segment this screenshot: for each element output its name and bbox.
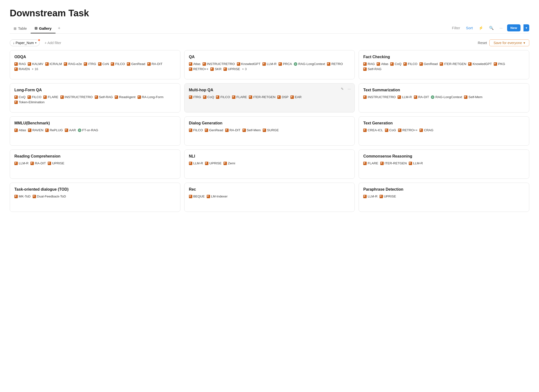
tag-item[interactable]: RePLUG xyxy=(45,128,63,132)
tag-item[interactable]: KnowledGPT xyxy=(468,62,492,66)
tag-item[interactable]: GenRead xyxy=(205,128,223,132)
tag-item[interactable]: LLM-R xyxy=(363,195,377,198)
more-button[interactable]: ··· xyxy=(498,25,504,31)
new-caret-button[interactable]: ▾ xyxy=(523,24,529,31)
card-qa[interactable]: QAAtlasINSTRUCTRETROKnowledGPTLLM-RPRCAR… xyxy=(184,50,355,79)
tag-item[interactable]: RA-DIT xyxy=(414,95,429,99)
lightning-button[interactable]: ⚡ xyxy=(477,25,485,31)
tag-item[interactable]: Atlas xyxy=(377,62,388,66)
tag-item[interactable]: RA-DIT xyxy=(30,161,46,165)
tag-item[interactable]: Self-RAG xyxy=(363,67,381,71)
tag-item[interactable]: SKR xyxy=(210,67,222,71)
tag-item[interactable]: ITER-RETGEN xyxy=(249,95,275,99)
tag-item[interactable]: FILCO xyxy=(403,62,418,66)
tag-item[interactable]: UPRISE xyxy=(223,67,240,71)
tag-item[interactable]: RAG-LongContext xyxy=(294,62,325,66)
tag-item[interactable]: DSP xyxy=(277,95,288,99)
card-reading-comprehension[interactable]: Reading ComprehensionLLM-RRA-DITUPRISE xyxy=(10,149,180,179)
card-edit-button[interactable]: ✎ xyxy=(340,86,345,91)
tag-item[interactable]: UPRISE xyxy=(48,161,64,165)
tag-item[interactable]: Atlas xyxy=(14,128,26,132)
tag-item[interactable]: CoQ xyxy=(390,62,401,66)
tag-item[interactable]: CREA-ICL xyxy=(363,128,383,132)
tag-item[interactable]: CoG xyxy=(385,128,396,132)
card-fact-checking[interactable]: Fact CheckingRAGAtlasCoQFILCOGenReadITER… xyxy=(359,50,529,79)
tag-item[interactable]: Self-Mem xyxy=(464,95,483,99)
tag-item[interactable]: Atlas xyxy=(189,62,201,66)
card-paraphrase-detection[interactable]: Paraphrase DetectionLLM-RUPRISE xyxy=(359,183,529,212)
tag-item[interactable]: Token-Elimination xyxy=(14,100,45,104)
card-nli[interactable]: NLILLM-RUPRISEZemi xyxy=(184,149,355,179)
card-multi-hop-qa[interactable]: Multi-hop QA✎···ITRGCoQFILCOFLAREITER-RE… xyxy=(184,83,355,112)
new-button[interactable]: New xyxy=(507,24,520,31)
card-mmlu-benchmark-[interactable]: MMLU(Benchmark)AtlasRAVENRePLUGAARFT-or-… xyxy=(10,116,180,146)
tag-item[interactable]: RA-Long-Form xyxy=(138,95,164,99)
tag-item[interactable]: SURGE xyxy=(263,128,279,132)
tag-item[interactable]: PKG xyxy=(494,62,505,66)
tag-item[interactable]: Self-Mem xyxy=(242,128,261,132)
tag-item[interactable]: FLARE xyxy=(363,161,378,165)
tag-item[interactable]: FT-or-RAG xyxy=(78,128,98,132)
card-task-oriented-dialogue--tod-[interactable]: Task-oriented dialogue (TOD)MK-ToDDual-F… xyxy=(10,183,180,212)
tab-gallery[interactable]: ⊟ Gallery xyxy=(31,24,56,33)
tag-item[interactable]: ITER-RETGEN xyxy=(380,161,407,165)
tag-item[interactable]: BEQUE xyxy=(189,195,205,198)
tag-item[interactable]: RETRO++ xyxy=(398,128,418,132)
tag-item[interactable]: LM-Indexer xyxy=(207,195,228,198)
card-more-button[interactable]: ··· xyxy=(347,86,352,91)
tag-item[interactable]: LLM-R xyxy=(398,95,412,99)
tag-item[interactable]: INSTRUCTRETRO xyxy=(363,95,396,99)
tag-item[interactable]: UPRISE xyxy=(205,161,222,165)
tag-item[interactable]: RAG-LongContext xyxy=(431,95,462,99)
card-dialog-generation[interactable]: Dialog GenerationFILCOGenReadRA-DITSelf-… xyxy=(184,116,355,146)
tag-item[interactable]: FLARE xyxy=(43,95,58,99)
search-button[interactable]: 🔍 xyxy=(488,25,495,31)
tag-item[interactable]: EAR xyxy=(290,95,302,99)
reset-button[interactable]: Reset xyxy=(478,41,487,45)
tag-item[interactable]: ITER-RETGEN xyxy=(440,62,466,66)
tag-item[interactable]: GenRead xyxy=(127,62,145,66)
tag-item[interactable]: Zemi xyxy=(223,161,235,165)
card-long-form-qa[interactable]: Long-Form QACoQFILCOFLAREINSTRUCTRETROSe… xyxy=(10,83,180,112)
tag-item[interactable]: CoQ xyxy=(14,95,26,99)
tag-item[interactable]: ICRALM xyxy=(45,62,62,66)
save-for-everyone-button[interactable]: Save for everyone ▾ xyxy=(489,39,529,46)
tag-item[interactable]: FILCO xyxy=(28,95,42,99)
tag-item[interactable]: LLM-R xyxy=(262,62,277,66)
tag-item[interactable]: RAVEN xyxy=(14,67,30,71)
tag-item[interactable]: FILCO xyxy=(111,62,125,66)
sort-button[interactable]: Sort xyxy=(465,25,474,31)
tag-item[interactable]: KALMV xyxy=(28,62,43,66)
tag-item[interactable]: RAG-e2e xyxy=(64,62,82,66)
tag-item[interactable]: GenRead xyxy=(419,62,438,66)
tag-item[interactable]: LLM-R xyxy=(409,161,423,165)
tag-item[interactable]: AAR xyxy=(65,128,76,132)
tag-item[interactable]: RA-DIT xyxy=(147,62,163,66)
tag-item[interactable]: RAVEN xyxy=(28,128,43,132)
tag-item[interactable]: CRAG xyxy=(419,128,433,132)
tag-item[interactable]: FLARE xyxy=(232,95,247,99)
add-filter-button[interactable]: + Add filter xyxy=(42,40,64,46)
tag-item[interactable]: FILCO xyxy=(189,128,203,132)
tag-item[interactable]: LLM-R xyxy=(189,161,203,165)
tag-item[interactable]: CoN xyxy=(98,62,109,66)
paper-num-filter[interactable]: ↓ Paper_Num ▾ xyxy=(10,39,40,46)
tag-item[interactable]: RETRO xyxy=(327,62,343,66)
tag-item[interactable]: MK-ToD xyxy=(14,195,31,198)
tag-item[interactable]: ITRG xyxy=(189,95,201,99)
tag-item[interactable]: Dual-Feedback-ToD xyxy=(33,195,66,198)
card-text-generation[interactable]: Text GenerationCREA-ICLCoGRETRO++CRAG xyxy=(359,116,529,146)
tag-item[interactable]: CoQ xyxy=(203,95,214,99)
tag-item[interactable]: ReadAgent xyxy=(115,95,135,99)
tag-item[interactable]: INSTRUCTRETRO xyxy=(203,62,235,66)
card-odqa[interactable]: ODQARAGKALMVICRALMRAG-e2eITRGCoNFILCOGen… xyxy=(10,50,180,79)
tag-item[interactable]: UPRISE xyxy=(380,195,396,198)
tag-item[interactable]: KnowledGPT xyxy=(237,62,260,66)
filter-button[interactable]: Filter xyxy=(450,25,462,31)
tag-item[interactable]: ITRG xyxy=(84,62,96,66)
tag-item[interactable]: LLM-R xyxy=(14,161,28,165)
tag-item[interactable]: PRCA xyxy=(279,62,292,66)
tag-item[interactable]: RA-DIT xyxy=(225,128,241,132)
tag-item[interactable]: Self-RAG xyxy=(95,95,113,99)
tag-item[interactable]: RAG xyxy=(363,62,375,66)
